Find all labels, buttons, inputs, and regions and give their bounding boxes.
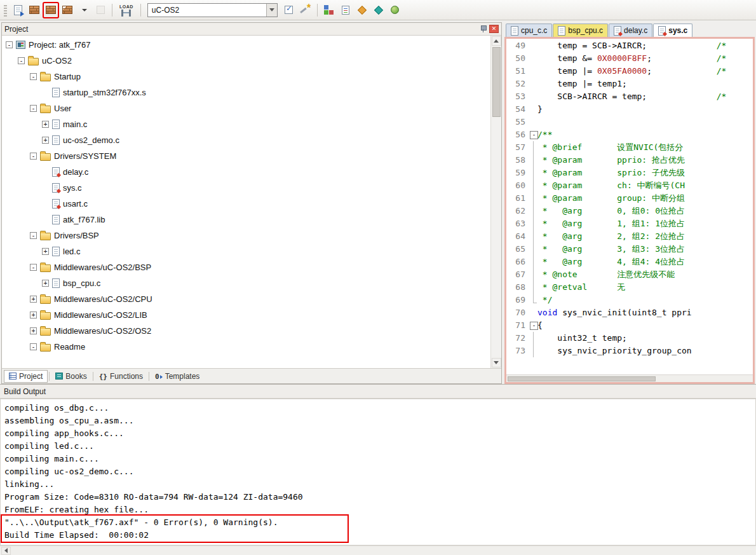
- stop-build-icon: [97, 6, 105, 14]
- code-text: * @param ch: 中断编号(CH: [537, 179, 685, 192]
- tree-expander-icon[interactable]: +: [42, 248, 49, 255]
- tree-item-main-c[interactable]: +main.c: [2, 116, 490, 132]
- tree-expander-icon[interactable]: +: [42, 137, 49, 144]
- tree-expander-icon[interactable]: -: [6, 41, 13, 48]
- panel-tab-templates[interactable]: Templates: [151, 370, 204, 383]
- tree-item-drivers-bsp[interactable]: -Drivers/BSP: [2, 228, 490, 243]
- batch-build-button[interactable]: [60, 3, 75, 18]
- fold-collapse-icon[interactable]: [529, 319, 537, 332]
- code-area[interactable]: 49 temp = SCB->AIRCR; /*50 temp &= 0X000…: [506, 39, 753, 374]
- target-select-value: uC-OS2: [152, 6, 179, 15]
- source-file-key-icon: [52, 167, 60, 177]
- editor-horizontal-scrollbar[interactable]: [506, 374, 753, 382]
- fold-margin: [529, 243, 537, 256]
- folder-icon: [40, 296, 51, 304]
- tree-item-project-atk-f767[interactable]: -Project: atk_f767: [2, 37, 490, 53]
- code-line: 53 SCB->AIRCR = temp; /*: [506, 90, 753, 103]
- editor-tab-label: sys.c: [668, 26, 687, 35]
- pin-icon[interactable]: [480, 25, 487, 33]
- tree-expander-icon[interactable]: +: [30, 312, 37, 319]
- tree-item-middlewares-uc-os2-cpu[interactable]: +Middlewares/uC-OS2/CPU: [2, 291, 490, 307]
- panel-tab-functions[interactable]: Functions: [95, 370, 147, 383]
- tree-item-usart-c[interactable]: usart.c: [2, 196, 490, 212]
- translate-button[interactable]: [10, 3, 25, 18]
- target-options-check-button[interactable]: [281, 3, 297, 18]
- editor-tab-sys-c[interactable]: sys.c: [653, 24, 692, 37]
- tree-item-user[interactable]: -User: [2, 100, 490, 116]
- output-horizontal-scrollbar[interactable]: [0, 545, 756, 555]
- target-select[interactable]: uC-OS2: [147, 3, 278, 17]
- code-line: 63 * @arg 1, 组1: 1位抢占: [506, 217, 753, 230]
- scroll-up-button[interactable]: [492, 36, 501, 46]
- pack-installer-button[interactable]: [371, 3, 386, 18]
- editor-tab-label: bsp_cpu.c: [568, 26, 603, 35]
- line-number: 55: [506, 116, 529, 128]
- tree-expander-icon[interactable]: -: [30, 343, 37, 350]
- code-text: temp = SCB->AIRCR; /*: [537, 39, 726, 52]
- tree-item-atk-f767-lib[interactable]: atk_f767.lib: [2, 212, 490, 228]
- fold-margin: [529, 332, 537, 345]
- file-extensions-button[interactable]: [338, 3, 353, 18]
- tree-expander-icon[interactable]: -: [30, 105, 37, 112]
- tree-item-led-c[interactable]: +led.c: [2, 243, 490, 259]
- code-line: 59 * @param sprio: 子优先级: [506, 167, 753, 179]
- combo-dropdown-button[interactable]: [266, 4, 277, 17]
- tree-item-delay-c[interactable]: delay.c: [2, 164, 490, 180]
- line-number: 71: [506, 319, 529, 332]
- tree-item-startup-stm32f767xx-s[interactable]: startup_stm32f767xx.s: [2, 85, 490, 100]
- manage-project-items-button[interactable]: [321, 3, 337, 18]
- tree-expander-icon[interactable]: -: [30, 73, 37, 80]
- project-tree-wrap: -Project: atk_f767-uC-OS2-Startupstartup…: [2, 36, 501, 368]
- code-line: 70void sys_nvic_init(uint8_t ppri: [506, 306, 753, 319]
- vertical-scrollbar[interactable]: [490, 36, 501, 368]
- code-line: 67 * @note 注意优先级不能: [506, 268, 753, 281]
- rebuild-button[interactable]: [43, 3, 58, 18]
- scroll-left-button[interactable]: [1, 547, 11, 555]
- tree-item-middlewares-uc-os2-os2[interactable]: +Middlewares/uC-OS2/OS2: [2, 323, 490, 339]
- tree-expander-icon[interactable]: -: [30, 232, 37, 239]
- scrollbar-thumb[interactable]: [492, 47, 501, 117]
- code-text: * @arg 0, 组0: 0位抢占: [537, 205, 685, 217]
- tree-expander-icon[interactable]: -: [30, 264, 37, 271]
- folder-icon: [40, 312, 51, 320]
- editor-tab-bsp-cpu-c[interactable]: bsp_cpu.c: [553, 24, 608, 37]
- tree-item-readme[interactable]: -Readme: [2, 339, 490, 355]
- tree-expander-icon[interactable]: +: [30, 296, 37, 303]
- load-button[interactable]: LOAD: [117, 1, 136, 19]
- tree-item-sys-c[interactable]: sys.c: [2, 180, 490, 196]
- scrollbar-thumb[interactable]: [508, 376, 656, 381]
- tree-item-startup[interactable]: -Startup: [2, 69, 490, 85]
- tree-expander-icon[interactable]: +: [42, 121, 49, 128]
- tree-item-bsp-cpu-c[interactable]: +bsp_cpu.c: [2, 275, 490, 291]
- tree-expander-icon[interactable]: +: [30, 327, 37, 334]
- editor-tab-cpu-c-c[interactable]: cpu_c.c: [506, 24, 552, 37]
- panel-tab-project[interactable]: Project: [4, 370, 48, 383]
- tree-item-uc-os2-demo-c[interactable]: +uc-os2_demo.c: [2, 132, 490, 148]
- code-text: * @param group: 中断分组: [537, 192, 685, 205]
- tree-expander-icon[interactable]: +: [42, 280, 49, 287]
- tree-item-uc-os2[interactable]: -uC-OS2: [2, 53, 490, 69]
- manage-rte-button[interactable]: [354, 3, 370, 18]
- editor-tab-delay-c[interactable]: delay.c: [609, 24, 652, 37]
- flash-download-icon: [121, 10, 131, 17]
- tree-expander-icon[interactable]: -: [18, 57, 25, 64]
- close-panel-button[interactable]: ✕: [489, 25, 499, 33]
- tree-item-middlewares-uc-os2-lib[interactable]: +Middlewares/uC-OS2/LIB: [2, 307, 490, 323]
- options-for-target-wand-button[interactable]: [298, 3, 313, 18]
- scroll-down-button[interactable]: [492, 358, 501, 367]
- source-file-key-icon: [52, 183, 60, 193]
- translate-icon: [14, 5, 22, 15]
- fold-collapse-icon[interactable]: [529, 128, 537, 141]
- tree-item-label: sys.c: [63, 183, 82, 193]
- panel-tab-books[interactable]: Books: [51, 370, 91, 383]
- options-for-target-wand-icon: [300, 4, 311, 15]
- build-output-body[interactable]: compiling os_dbg.c...assembling os_cpu_a…: [0, 399, 756, 545]
- tree-expander-icon[interactable]: -: [30, 153, 37, 160]
- tree-item-middlewares-uc-os2-bsp[interactable]: -Middlewares/uC-OS2/BSP: [2, 259, 490, 275]
- software-packs-button[interactable]: [388, 3, 403, 18]
- tree-item-drivers-system[interactable]: -Drivers/SYSTEM: [2, 148, 490, 164]
- code-line: 68 * @retval 无: [506, 281, 753, 294]
- batch-build-dropdown-button[interactable]: [76, 3, 91, 18]
- build-button[interactable]: [27, 3, 42, 18]
- toolbar-grip[interactable]: [4, 4, 7, 17]
